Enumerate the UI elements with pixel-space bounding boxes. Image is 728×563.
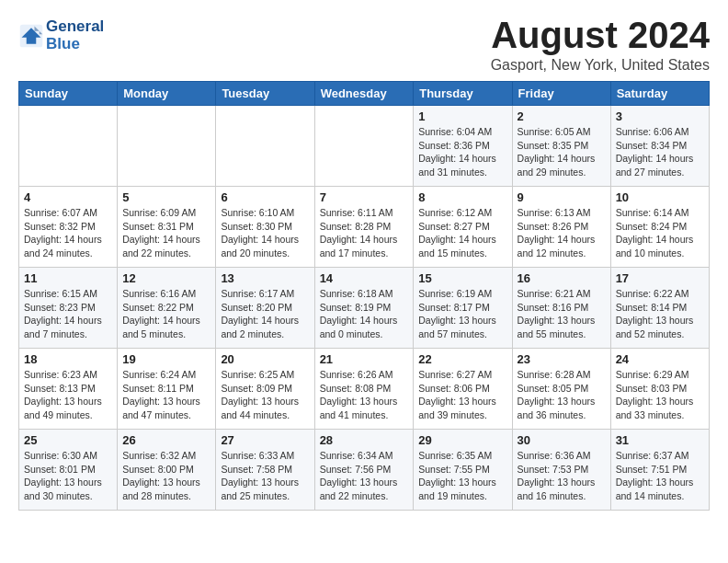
day-detail-line: Sunrise: 6:23 AM bbox=[24, 368, 112, 382]
day-detail-line: and 19 minutes. bbox=[418, 489, 506, 503]
day-number: 6 bbox=[221, 190, 309, 204]
day-detail: Sunrise: 6:14 AMSunset: 8:24 PMDaylight:… bbox=[616, 206, 704, 260]
calendar-cell: 9Sunrise: 6:13 AMSunset: 8:26 PMDaylight… bbox=[512, 187, 610, 268]
day-number: 24 bbox=[616, 352, 704, 366]
day-detail-line: Sunset: 8:03 PM bbox=[616, 382, 704, 396]
day-number: 10 bbox=[616, 190, 704, 204]
day-detail-line: Daylight: 13 hours bbox=[24, 395, 112, 408]
weekday-header-sunday: Sunday bbox=[19, 82, 118, 106]
day-detail: Sunrise: 6:09 AMSunset: 8:31 PMDaylight:… bbox=[122, 206, 210, 260]
day-number: 22 bbox=[418, 352, 506, 366]
day-detail: Sunrise: 6:18 AMSunset: 8:19 PMDaylight:… bbox=[320, 287, 409, 341]
day-detail-line: and 57 minutes. bbox=[418, 327, 506, 341]
day-detail-line: Sunrise: 6:15 AM bbox=[24, 287, 112, 301]
day-detail-line: Sunrise: 6:06 AM bbox=[616, 125, 704, 139]
day-detail-line: and 22 minutes. bbox=[320, 489, 409, 503]
calendar-cell: 19Sunrise: 6:24 AMSunset: 8:11 PMDayligh… bbox=[118, 349, 216, 430]
day-detail-line: Sunset: 7:58 PM bbox=[221, 463, 309, 477]
calendar-week-row: 18Sunrise: 6:23 AMSunset: 8:13 PMDayligh… bbox=[19, 349, 710, 430]
logo-text-blue: Blue bbox=[46, 36, 104, 53]
calendar-cell: 27Sunrise: 6:33 AMSunset: 7:58 PMDayligh… bbox=[216, 430, 314, 511]
day-detail-line: Sunset: 7:55 PM bbox=[418, 463, 506, 477]
day-detail-line: Sunrise: 6:16 AM bbox=[122, 287, 210, 301]
day-detail-line: Sunrise: 6:26 AM bbox=[320, 368, 409, 382]
day-detail-line: and 24 minutes. bbox=[24, 247, 112, 260]
day-detail: Sunrise: 6:04 AMSunset: 8:36 PMDaylight:… bbox=[418, 125, 506, 179]
day-detail-line: Sunset: 8:13 PM bbox=[24, 382, 112, 396]
weekday-header-saturday: Saturday bbox=[610, 82, 709, 106]
day-detail-line: Daylight: 13 hours bbox=[122, 476, 210, 489]
day-detail-line: Daylight: 14 hours bbox=[122, 314, 210, 327]
day-detail-line: and 33 minutes. bbox=[616, 408, 704, 422]
logo: General Blue bbox=[18, 18, 104, 52]
calendar-cell: 11Sunrise: 6:15 AMSunset: 8:23 PMDayligh… bbox=[19, 268, 118, 349]
day-detail-line: Sunset: 8:00 PM bbox=[122, 463, 210, 477]
calendar-cell: 3Sunrise: 6:06 AMSunset: 8:34 PMDaylight… bbox=[610, 106, 709, 187]
day-detail-line: Sunset: 8:20 PM bbox=[221, 301, 309, 315]
day-detail-line: and 10 minutes. bbox=[616, 247, 704, 260]
day-detail-line: and 16 minutes. bbox=[518, 489, 606, 503]
title-area: August 2024 Gasport, New York, United St… bbox=[491, 15, 710, 74]
day-detail: Sunrise: 6:30 AMSunset: 8:01 PMDaylight:… bbox=[24, 449, 112, 503]
calendar-cell: 5Sunrise: 6:09 AMSunset: 8:31 PMDaylight… bbox=[118, 187, 216, 268]
day-detail-line: Sunrise: 6:33 AM bbox=[221, 449, 309, 463]
header: General Blue August 2024 Gasport, New Yo… bbox=[18, 15, 710, 74]
day-detail-line: and 52 minutes. bbox=[616, 327, 704, 341]
calendar-cell: 29Sunrise: 6:35 AMSunset: 7:55 PMDayligh… bbox=[414, 430, 512, 511]
calendar-cell: 26Sunrise: 6:32 AMSunset: 8:00 PMDayligh… bbox=[118, 430, 216, 511]
day-detail-line: Sunset: 8:09 PM bbox=[221, 382, 309, 396]
day-number: 5 bbox=[122, 190, 210, 204]
day-detail-line: Sunrise: 6:11 AM bbox=[320, 206, 409, 220]
day-detail-line: Daylight: 14 hours bbox=[24, 314, 112, 327]
day-detail-line: and 2 minutes. bbox=[221, 327, 309, 341]
day-detail: Sunrise: 6:34 AMSunset: 7:56 PMDaylight:… bbox=[320, 449, 409, 503]
day-detail-line: Sunset: 8:34 PM bbox=[616, 139, 704, 153]
day-detail-line: Sunrise: 6:30 AM bbox=[24, 449, 112, 463]
day-detail-line: Daylight: 13 hours bbox=[320, 476, 409, 489]
calendar-cell: 7Sunrise: 6:11 AMSunset: 8:28 PMDaylight… bbox=[314, 187, 414, 268]
day-detail: Sunrise: 6:16 AMSunset: 8:22 PMDaylight:… bbox=[122, 287, 210, 341]
day-number: 7 bbox=[320, 190, 409, 204]
calendar-week-row: 1Sunrise: 6:04 AMSunset: 8:36 PMDaylight… bbox=[19, 106, 710, 187]
day-detail: Sunrise: 6:24 AMSunset: 8:11 PMDaylight:… bbox=[122, 368, 210, 422]
calendar-cell bbox=[118, 106, 216, 187]
day-detail-line: Daylight: 14 hours bbox=[616, 233, 704, 247]
day-detail-line: Sunset: 8:28 PM bbox=[320, 220, 409, 234]
day-detail-line: and 12 minutes. bbox=[518, 247, 606, 260]
day-detail-line: Daylight: 13 hours bbox=[221, 395, 309, 408]
day-number: 25 bbox=[24, 433, 112, 447]
logo-text-general: General bbox=[46, 18, 104, 36]
day-detail: Sunrise: 6:35 AMSunset: 7:55 PMDaylight:… bbox=[418, 449, 506, 503]
day-detail-line: Daylight: 13 hours bbox=[418, 314, 506, 327]
day-number: 15 bbox=[418, 271, 506, 285]
calendar-cell: 23Sunrise: 6:28 AMSunset: 8:05 PMDayligh… bbox=[512, 349, 610, 430]
day-detail-line: Daylight: 14 hours bbox=[418, 152, 506, 166]
calendar-cell: 25Sunrise: 6:30 AMSunset: 8:01 PMDayligh… bbox=[19, 430, 118, 511]
calendar-cell: 20Sunrise: 6:25 AMSunset: 8:09 PMDayligh… bbox=[216, 349, 314, 430]
day-detail-line: Daylight: 13 hours bbox=[122, 395, 210, 408]
day-detail-line: and 27 minutes. bbox=[616, 166, 704, 179]
day-detail-line: Sunrise: 6:28 AM bbox=[518, 368, 606, 382]
day-detail-line: and 44 minutes. bbox=[221, 408, 309, 422]
day-detail-line: Sunset: 8:26 PM bbox=[518, 220, 606, 234]
day-detail: Sunrise: 6:11 AMSunset: 8:28 PMDaylight:… bbox=[320, 206, 409, 260]
day-detail: Sunrise: 6:27 AMSunset: 8:06 PMDaylight:… bbox=[418, 368, 506, 422]
day-number: 17 bbox=[616, 271, 704, 285]
day-detail-line: Sunrise: 6:04 AM bbox=[418, 125, 506, 139]
day-detail: Sunrise: 6:21 AMSunset: 8:16 PMDaylight:… bbox=[518, 287, 606, 341]
calendar-header: SundayMondayTuesdayWednesdayThursdayFrid… bbox=[19, 82, 710, 106]
day-detail-line: Sunrise: 6:09 AM bbox=[122, 206, 210, 220]
day-detail-line: Sunset: 8:08 PM bbox=[320, 382, 409, 396]
day-detail-line: Sunset: 8:27 PM bbox=[418, 220, 506, 234]
day-detail-line: and 0 minutes. bbox=[320, 327, 409, 341]
weekday-header-thursday: Thursday bbox=[414, 82, 512, 106]
day-detail-line: and 31 minutes. bbox=[418, 166, 506, 179]
calendar-cell: 4Sunrise: 6:07 AMSunset: 8:32 PMDaylight… bbox=[19, 187, 118, 268]
day-detail-line: and 15 minutes. bbox=[418, 247, 506, 260]
day-detail-line: and 36 minutes. bbox=[518, 408, 606, 422]
calendar-cell: 24Sunrise: 6:29 AMSunset: 8:03 PMDayligh… bbox=[610, 349, 709, 430]
day-detail-line: Sunset: 8:32 PM bbox=[24, 220, 112, 234]
calendar-cell: 8Sunrise: 6:12 AMSunset: 8:27 PMDaylight… bbox=[414, 187, 512, 268]
day-detail-line: Sunrise: 6:21 AM bbox=[518, 287, 606, 301]
day-number: 18 bbox=[24, 352, 112, 366]
